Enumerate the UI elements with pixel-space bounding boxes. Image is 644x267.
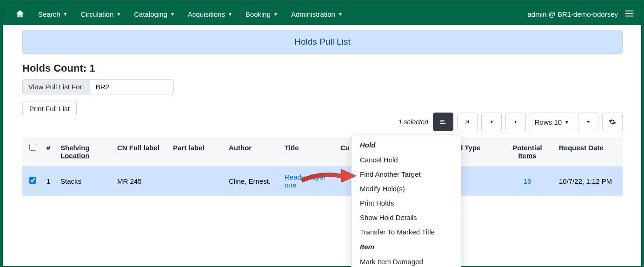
page-banner: Holds Pull List bbox=[22, 30, 623, 54]
selected-count: 1 selected bbox=[398, 118, 428, 126]
dropdown-section-item: Item bbox=[352, 239, 461, 254]
nav-administration[interactable]: Administration▼ bbox=[285, 6, 348, 23]
svg-rect-0 bbox=[626, 10, 634, 11]
col-part[interactable]: Part label bbox=[169, 144, 225, 152]
rows-per-page-button[interactable]: Rows 10▼ bbox=[530, 113, 574, 131]
svg-point-5 bbox=[625, 15, 626, 16]
col-title[interactable]: Title bbox=[281, 144, 337, 152]
svg-point-4 bbox=[625, 13, 626, 14]
cell-shelving: Stacks bbox=[57, 177, 113, 185]
menu-show-hold-details[interactable]: Show Hold Details bbox=[352, 210, 461, 225]
holds-count: Holds Count: 1 bbox=[22, 62, 623, 74]
cell-potential[interactable]: 18 bbox=[499, 177, 555, 185]
menu-transfer-marked-title[interactable]: Transfer To Marked Title bbox=[352, 225, 461, 239]
menu-mark-damaged[interactable]: Mark Item Damaged bbox=[352, 254, 461, 267]
svg-rect-1 bbox=[626, 13, 634, 14]
view-for-label: View Pull List For: bbox=[22, 79, 90, 94]
prev-page-button[interactable] bbox=[481, 113, 502, 131]
menu-find-another-target[interactable]: Find Another Target bbox=[352, 167, 461, 181]
actions-menu-button[interactable] bbox=[433, 113, 453, 131]
svg-rect-2 bbox=[626, 15, 634, 16]
first-page-button[interactable] bbox=[457, 113, 478, 131]
col-num[interactable]: # bbox=[43, 144, 57, 152]
cell-title-link[interactable]: Ready player one bbox=[285, 173, 325, 189]
user-label[interactable]: admin @ BR1-demo-bdorsey bbox=[528, 10, 618, 18]
nav-circulation[interactable]: Circulation▼ bbox=[75, 6, 126, 23]
expand-button[interactable] bbox=[578, 113, 598, 131]
nav-booking[interactable]: Booking▼ bbox=[240, 6, 284, 23]
nav-acquisitions[interactable]: Acquisitions▼ bbox=[182, 6, 238, 23]
row-checkbox[interactable] bbox=[29, 177, 36, 184]
col-cn[interactable]: CN Full label bbox=[113, 144, 169, 152]
col-potential[interactable]: Potential Items bbox=[499, 144, 555, 160]
nav-search[interactable]: Search▼ bbox=[33, 6, 73, 23]
next-page-button[interactable] bbox=[505, 113, 526, 131]
settings-button[interactable] bbox=[602, 113, 623, 131]
actions-dropdown: Hold Cancel Hold Find Another Target Mod… bbox=[351, 134, 461, 267]
menu-print-holds[interactable]: Print Holds bbox=[352, 196, 461, 210]
cell-reqdate: 10/7/22, 1:12 PM bbox=[555, 177, 620, 185]
nav-cataloging[interactable]: Cataloging▼ bbox=[128, 6, 180, 23]
select-all-checkbox[interactable] bbox=[29, 144, 36, 151]
menu-cancel-hold[interactable]: Cancel Hold bbox=[352, 153, 461, 167]
cell-author: Cline, Ernest. bbox=[225, 177, 281, 185]
print-full-list-button[interactable]: Print Full List bbox=[22, 101, 77, 116]
col-author[interactable]: Author bbox=[225, 144, 281, 152]
dropdown-section-hold: Hold bbox=[352, 137, 461, 153]
menu-modify-holds[interactable]: Modify Hold(s) bbox=[352, 181, 461, 196]
cell-num: 1 bbox=[43, 177, 57, 185]
cell-cn: MR 245 bbox=[113, 177, 169, 185]
holds-table: # Shelving Location CN Full label Part l… bbox=[22, 137, 623, 196]
top-nav: Search▼ Circulation▼ Cataloging▼ Acquisi… bbox=[3, 3, 641, 25]
home-icon[interactable] bbox=[9, 4, 31, 24]
hamburger-icon[interactable] bbox=[624, 8, 635, 20]
table-row[interactable]: 1 Stacks MR 245 Cline, Ernest. Ready pla… bbox=[22, 167, 623, 196]
col-reqdate[interactable]: Request Date bbox=[555, 144, 620, 152]
view-for-input[interactable] bbox=[90, 79, 174, 94]
col-shelving[interactable]: Shelving Location bbox=[57, 144, 113, 160]
table-header: # Shelving Location CN Full label Part l… bbox=[22, 137, 623, 167]
svg-point-3 bbox=[625, 10, 626, 11]
